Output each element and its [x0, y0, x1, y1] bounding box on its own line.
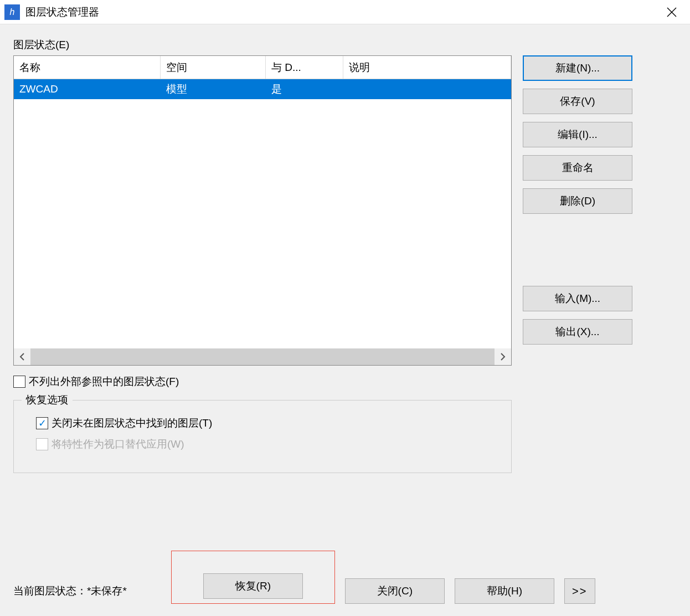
edit-button[interactable]: 编辑(I)...: [523, 122, 632, 147]
col-header-dwg[interactable]: 与 D...: [266, 56, 343, 79]
table-body: ZWCAD 模型 是: [14, 79, 511, 348]
hide-xref-checkbox[interactable]: [13, 376, 25, 388]
cell-name: ZWCAD: [14, 81, 161, 97]
bottom-row: 当前图层状态：*未保存* 恢复(R) 关闭(C) 帮助(H) >>: [13, 551, 677, 604]
bottom-buttons: 关闭(C) 帮助(H) >>: [345, 578, 595, 604]
new-button[interactable]: 新建(N)...: [523, 55, 632, 81]
side-gap: [523, 222, 632, 278]
current-state-value: *未保存*: [87, 585, 127, 597]
app-icon: h: [4, 4, 20, 20]
hide-xref-label: 不列出外部参照中的图层状态(F): [29, 374, 179, 389]
layer-states-table: 名称 空间 与 D... 说明 ZWCAD 模型 是: [13, 55, 512, 366]
restore-highlight-box: 恢复(R): [171, 551, 335, 604]
current-layer-state: 当前图层状态：*未保存*: [13, 584, 127, 604]
save-button[interactable]: 保存(V): [523, 89, 632, 114]
hide-xref-row: 不列出外部参照中的图层状态(F): [13, 374, 677, 389]
expand-button[interactable]: >>: [564, 578, 595, 604]
restore-button[interactable]: 恢复(R): [203, 573, 303, 599]
dialog-content: 图层状态(E) 名称 空间 与 D... 说明 ZWCAD 模型 是: [0, 24, 690, 616]
titlebar: h 图层状态管理器: [0, 0, 690, 24]
col-header-space[interactable]: 空间: [161, 56, 266, 79]
app-icon-glyph: h: [10, 7, 15, 17]
scroll-track[interactable]: [30, 348, 495, 365]
viewport-overrides-checkbox: [36, 438, 48, 450]
layer-states-label: 图层状态(E): [13, 38, 677, 52]
side-buttons: 新建(N)... 保存(V) 编辑(I)... 重命名 删除(D) 输入(M).…: [523, 55, 632, 366]
table-header: 名称 空间 与 D... 说明: [14, 56, 511, 79]
turn-off-missing-label: 关闭未在图层状态中找到的图层(T): [52, 416, 212, 430]
cell-dwg: 是: [266, 80, 343, 99]
import-button[interactable]: 输入(M)...: [523, 286, 632, 311]
close-button[interactable]: 关闭(C): [345, 578, 445, 604]
table-row[interactable]: ZWCAD 模型 是: [14, 79, 511, 99]
turn-off-missing-checkbox[interactable]: ✓: [36, 417, 48, 429]
current-state-label: 当前图层状态：: [13, 585, 87, 597]
viewport-overrides-label: 将特性作为视口替代应用(W): [52, 437, 184, 451]
restore-options-fieldset: 恢复选项 ✓ 关闭未在图层状态中找到的图层(T) 将特性作为视口替代应用(W): [13, 400, 512, 473]
col-header-description[interactable]: 说明: [343, 56, 511, 79]
delete-button[interactable]: 删除(D): [523, 188, 632, 214]
close-icon[interactable]: [658, 1, 686, 23]
col-header-name[interactable]: 名称: [14, 56, 161, 79]
rename-button[interactable]: 重命名: [523, 155, 632, 181]
scroll-right-icon[interactable]: [495, 348, 511, 365]
restore-options-legend: 恢复选项: [22, 393, 73, 407]
horizontal-scrollbar[interactable]: [14, 348, 511, 365]
main-row: 名称 空间 与 D... 说明 ZWCAD 模型 是: [13, 55, 677, 366]
help-button[interactable]: 帮助(H): [455, 578, 554, 604]
export-button[interactable]: 输出(X)...: [523, 319, 632, 345]
window-title: 图层状态管理器: [25, 5, 658, 19]
cell-description: [343, 87, 511, 91]
cell-space: 模型: [161, 80, 266, 99]
viewport-overrides-row: 将特性作为视口替代应用(W): [36, 437, 499, 451]
scroll-left-icon[interactable]: [14, 348, 30, 365]
turn-off-missing-row: ✓ 关闭未在图层状态中找到的图层(T): [36, 416, 499, 430]
